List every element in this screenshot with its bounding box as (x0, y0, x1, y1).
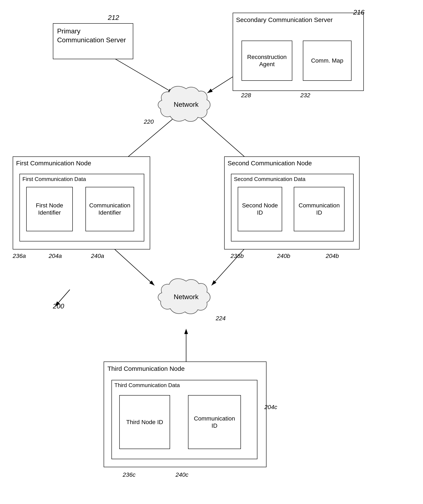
primary-server-title: Primary Communication Server (53, 24, 133, 48)
label-236c: 236c (123, 471, 136, 478)
label-204b: 204b (326, 253, 339, 259)
third-comm-id-box: Communication ID (188, 395, 241, 449)
svg-line-13 (55, 290, 70, 306)
third-node-box: Third Communication Node Third Communica… (104, 361, 266, 467)
diagram: Primary Communication Server 212 Seconda… (0, 0, 423, 504)
second-comm-data-box: Second Communication Data Second Node ID… (231, 174, 354, 241)
third-node-title: Third Communication Node (104, 362, 188, 375)
label-220: 220 (144, 118, 154, 125)
third-node-id-label: Third Node ID (124, 416, 165, 428)
network-top-cloud: Network (154, 83, 218, 129)
reconstruction-agent-label: Reconstruction Agent (242, 52, 292, 69)
network-mid-cloud: Network (154, 275, 218, 324)
label-240a: 240a (91, 253, 104, 259)
label-236a: 236a (13, 253, 26, 259)
label-240b: 240b (277, 253, 290, 259)
label-232: 232 (300, 92, 310, 99)
second-comm-data-title: Second Communication Data (234, 176, 305, 182)
comm-map-box: Comm. Map (303, 41, 351, 81)
network-top-cloud-svg: Network (154, 83, 218, 129)
first-node-title: First Communication Node (13, 157, 94, 169)
first-comm-data-title: First Communication Data (22, 176, 86, 182)
label-236b: 236b (230, 253, 244, 259)
label-212: 212 (108, 14, 119, 22)
label-204c: 204c (264, 404, 277, 411)
svg-text:Network: Network (174, 293, 199, 301)
label-228: 228 (241, 92, 251, 99)
label-216: 216 (353, 8, 364, 16)
second-node-title: Second Communication Node (225, 157, 315, 169)
third-comm-data-box: Third Communication Data Third Node ID C… (111, 380, 257, 459)
label-224: 224 (216, 315, 226, 322)
network-mid-cloud-svg: Network (154, 275, 218, 321)
label-204a: 204a (49, 253, 62, 259)
second-node-id-label: Second Node ID (238, 200, 282, 218)
label-240c: 240c (175, 471, 188, 478)
secondary-server-title: Secondary Communication Server (233, 13, 336, 26)
label-200-arrow (49, 288, 76, 311)
third-comm-id-label: Communication ID (188, 413, 241, 431)
first-comm-id-box: Communication Identifier (85, 187, 134, 231)
second-comm-id-box: Communication ID (294, 187, 344, 231)
comm-map-label: Comm. Map (309, 55, 345, 66)
third-node-id-box: Third Node ID (119, 395, 170, 449)
svg-line-6 (108, 243, 154, 285)
first-node-id-box: First Node Identifier (26, 187, 73, 231)
second-node-id-box: Second Node ID (238, 187, 282, 231)
secondary-server-box: Secondary Communication Server Reconstru… (233, 13, 364, 91)
svg-text:Network: Network (174, 101, 199, 108)
first-comm-data-box: First Communication Data First Node Iden… (19, 174, 144, 241)
reconstruction-agent-box: Reconstruction Agent (242, 41, 292, 81)
second-node-box: Second Communication Node Second Communi… (224, 156, 360, 249)
second-comm-id-label: Communication ID (294, 200, 344, 218)
third-comm-data-title: Third Communication Data (115, 382, 180, 389)
first-node-box: First Communication Node First Communica… (13, 156, 150, 249)
first-comm-id-label: Communication Identifier (86, 200, 134, 218)
primary-server-box: Primary Communication Server (53, 23, 133, 59)
first-node-id-label: First Node Identifier (27, 200, 72, 218)
